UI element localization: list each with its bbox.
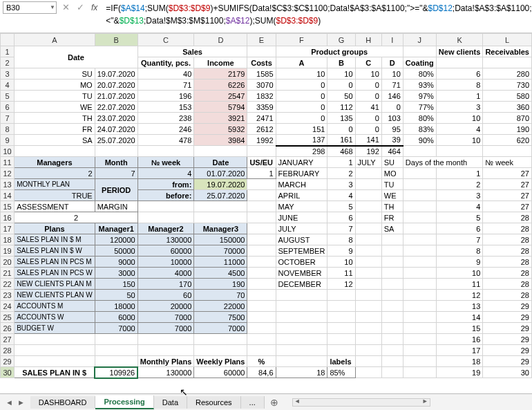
hdr-new[interactable]: New clients — [436, 46, 483, 57]
cell[interactable] — [247, 290, 276, 301]
cell[interactable]: JULY — [355, 157, 381, 168]
cell[interactable]: 28 — [483, 268, 532, 279]
cell[interactable]: JUNE — [276, 212, 327, 223]
cell[interactable]: 27 — [483, 190, 532, 201]
row-28[interactable]: 281729 — [1, 345, 532, 356]
cell[interactable]: 0 — [355, 124, 381, 135]
cell[interactable]: 2 — [436, 179, 483, 190]
cell[interactable]: 730 — [483, 80, 532, 91]
total-b[interactable]: 468 — [327, 146, 355, 157]
cell[interactable]: 10 — [276, 68, 327, 80]
cell[interactable]: 9 — [327, 245, 355, 257]
cell[interactable]: 1 — [247, 168, 276, 179]
income[interactable]: 5932 — [194, 124, 247, 135]
column-headers[interactable]: A B C D E F G H I J K L — [1, 34, 532, 46]
col-header-B[interactable]: B — [95, 34, 137, 46]
cell[interactable]: 29 — [483, 323, 532, 334]
cell[interactable] — [403, 212, 436, 223]
cell[interactable] — [95, 146, 137, 157]
cell[interactable]: 40 — [137, 68, 194, 80]
cell[interactable]: AUGUST — [276, 234, 327, 245]
row-18[interactable]: 18SALES PLAN IN $ M120000130000150000AUG… — [1, 234, 532, 245]
cell[interactable] — [381, 323, 403, 334]
cell[interactable]: 15 — [436, 323, 483, 334]
hdr-sales[interactable]: Sales — [137, 46, 247, 57]
cell[interactable]: 1 — [436, 168, 483, 179]
cell[interactable] — [355, 201, 381, 212]
cell[interactable] — [276, 334, 327, 345]
cell[interactable]: 3070 — [247, 80, 276, 91]
cell[interactable]: 28 — [483, 212, 532, 223]
cell[interactable] — [355, 223, 381, 234]
cell[interactable]: D — [381, 57, 403, 68]
cell[interactable]: 29 — [483, 334, 532, 345]
tab-nav-prev-icon[interactable]: ◄ — [6, 398, 13, 407]
cell[interactable]: 28 — [483, 290, 532, 301]
row-27[interactable]: 271629 — [1, 334, 532, 345]
tab-more[interactable]: ... — [241, 396, 265, 409]
day-date[interactable]: 20.07.2020 — [95, 80, 137, 91]
plan-label[interactable]: NEW CLIENTS PLAN W — [15, 290, 95, 301]
cell[interactable]: 60000 — [137, 245, 194, 257]
cell[interactable]: 7000 — [194, 323, 247, 334]
cell[interactable] — [355, 356, 381, 367]
hdr-inc[interactable]: Income — [194, 57, 247, 68]
cell[interactable]: A — [276, 57, 327, 68]
cell[interactable]: 29 — [483, 301, 532, 312]
cell[interactable] — [137, 201, 194, 212]
plan-label[interactable]: NEW CLIENTS PLAN M — [15, 279, 95, 290]
row-3[interactable]: 3SU19.07.202040217915851010101080%6280 — [1, 68, 532, 80]
cell[interactable]: 18000 — [95, 301, 137, 312]
cell[interactable] — [355, 234, 381, 245]
cell[interactable]: 150000 — [194, 234, 247, 245]
day-date[interactable]: 21.07.2020 — [95, 91, 137, 102]
cell[interactable]: 3000 — [95, 268, 137, 279]
row-19[interactable]: 19SALES PLAN IN $ W500006000070000SEPTEM… — [1, 245, 532, 257]
cell[interactable] — [355, 334, 381, 345]
cell[interactable]: 135 — [327, 113, 355, 124]
cell[interactable] — [483, 146, 532, 157]
plan-label[interactable]: BUDGET W — [15, 323, 95, 334]
cell[interactable]: 161 — [327, 135, 355, 146]
cell[interactable] — [381, 268, 403, 279]
cell[interactable]: before: — [137, 190, 194, 201]
cell[interactable]: 71 — [137, 80, 194, 91]
cell[interactable]: SU — [381, 157, 403, 168]
hdr-recv[interactable]: Receivables — [483, 46, 532, 57]
cell[interactable]: 19.07.2020 — [194, 179, 247, 190]
cell[interactable] — [381, 234, 403, 245]
cell[interactable]: 50 — [327, 91, 355, 102]
cell[interactable]: MO — [381, 168, 403, 179]
cell[interactable] — [247, 190, 276, 201]
cell[interactable]: MARCH — [276, 179, 327, 190]
cell[interactable] — [355, 257, 381, 268]
cell[interactable] — [355, 290, 381, 301]
cell[interactable] — [194, 146, 247, 157]
cell[interactable]: 137 — [276, 135, 327, 146]
cell[interactable]: 246 — [137, 124, 194, 135]
cell[interactable]: 4 — [327, 190, 355, 201]
cell[interactable] — [381, 245, 403, 257]
day-name[interactable]: SU — [15, 68, 95, 80]
cell[interactable]: 70 — [194, 290, 247, 301]
cell[interactable]: 12 — [327, 279, 355, 290]
cell[interactable] — [327, 312, 355, 323]
cell[interactable] — [403, 367, 436, 378]
row-13[interactable]: 13MONTHLY PLANPERIODfrom:19.07.2020MARCH… — [1, 179, 532, 190]
income[interactable]: 5794 — [194, 102, 247, 113]
cell[interactable]: 2 — [327, 168, 355, 179]
cell[interactable]: 01.07.2020 — [194, 168, 247, 179]
cell[interactable] — [137, 146, 194, 157]
row-15[interactable]: 15ASSESSMENTMARGINMAY5TH427 — [1, 201, 532, 212]
cell[interactable] — [247, 223, 276, 234]
cell[interactable]: 112 — [327, 102, 355, 113]
day-date[interactable]: 19.07.2020 — [95, 68, 137, 80]
cell[interactable]: 8 — [436, 245, 483, 257]
cell[interactable]: % — [247, 356, 276, 367]
row-9[interactable]: 9SA25.07.2020478398419921371611413990%10… — [1, 135, 532, 146]
tab-dashboard[interactable]: DASHBOARD — [30, 396, 96, 409]
cell[interactable]: FEBRUARY — [276, 168, 327, 179]
col-header-I[interactable]: I — [381, 34, 403, 46]
cell[interactable] — [355, 312, 381, 323]
cell[interactable] — [381, 334, 403, 345]
